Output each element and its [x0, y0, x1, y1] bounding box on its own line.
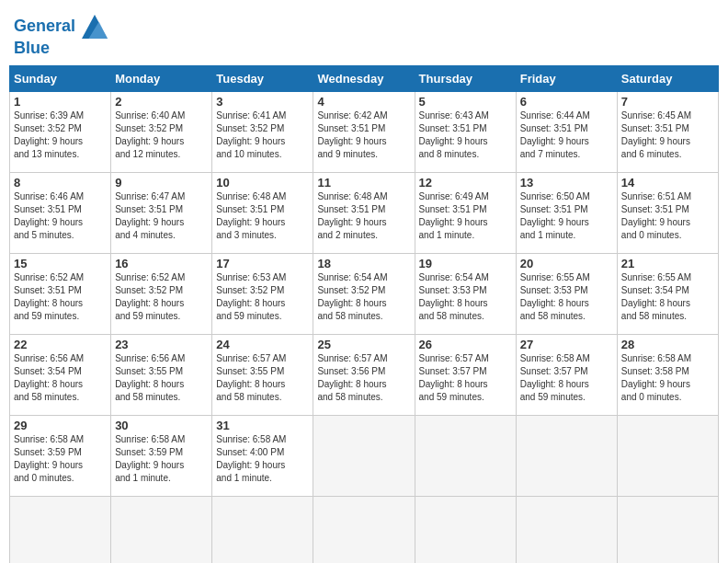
day-info: Sunrise: 6:57 AM Sunset: 3:56 PM Dayligh…: [317, 352, 410, 404]
calendar-cell: 23Sunrise: 6:56 AM Sunset: 3:55 PM Dayli…: [111, 334, 212, 415]
day-info: Sunrise: 6:58 AM Sunset: 3:59 PM Dayligh…: [14, 433, 107, 485]
calendar-cell: 6Sunrise: 6:44 AM Sunset: 3:51 PM Daylig…: [516, 91, 617, 172]
day-number: 28: [621, 338, 714, 351]
calendar-cell: 9Sunrise: 6:47 AM Sunset: 3:51 PM Daylig…: [111, 172, 212, 253]
calendar-cell: [212, 496, 313, 563]
day-info: Sunrise: 6:55 AM Sunset: 3:53 PM Dayligh…: [520, 271, 613, 323]
day-info: Sunrise: 6:48 AM Sunset: 3:51 PM Dayligh…: [317, 190, 410, 242]
day-number: 7: [621, 95, 714, 109]
weekday-header-friday: Friday: [516, 65, 617, 91]
calendar-table: SundayMondayTuesdayWednesdayThursdayFrid…: [9, 65, 719, 563]
calendar-cell: 3Sunrise: 6:41 AM Sunset: 3:52 PM Daylig…: [212, 91, 313, 172]
day-info: Sunrise: 6:51 AM Sunset: 3:51 PM Dayligh…: [621, 190, 714, 242]
logo-general: General: [14, 17, 75, 35]
day-number: 1: [14, 95, 107, 109]
calendar-row-1: 1Sunrise: 6:39 AM Sunset: 3:52 PM Daylig…: [10, 91, 719, 172]
day-info: Sunrise: 6:56 AM Sunset: 3:54 PM Dayligh…: [14, 352, 107, 404]
weekday-header-saturday: Saturday: [617, 65, 718, 91]
weekday-header-monday: Monday: [111, 65, 212, 91]
calendar-cell: 13Sunrise: 6:50 AM Sunset: 3:51 PM Dayli…: [516, 172, 617, 253]
day-number: 23: [115, 338, 208, 351]
weekday-header-sunday: Sunday: [10, 65, 111, 91]
weekday-header-thursday: Thursday: [415, 65, 516, 91]
day-info: Sunrise: 6:58 AM Sunset: 3:57 PM Dayligh…: [520, 352, 613, 404]
calendar-cell: [313, 496, 415, 563]
day-number: 2: [115, 95, 208, 109]
logo: General Blue: [14, 14, 108, 58]
calendar-cell: 11Sunrise: 6:48 AM Sunset: 3:51 PM Dayli…: [313, 172, 415, 253]
calendar-cell: [111, 496, 212, 563]
day-info: Sunrise: 6:44 AM Sunset: 3:51 PM Dayligh…: [520, 109, 613, 161]
day-number: 20: [520, 257, 613, 270]
day-number: 17: [216, 257, 309, 270]
day-info: Sunrise: 6:49 AM Sunset: 3:51 PM Dayligh…: [419, 190, 512, 242]
day-number: 4: [317, 95, 410, 109]
day-info: Sunrise: 6:45 AM Sunset: 3:51 PM Dayligh…: [621, 109, 714, 161]
calendar-cell: [415, 415, 516, 496]
day-number: 27: [520, 338, 613, 351]
day-info: Sunrise: 6:42 AM Sunset: 3:51 PM Dayligh…: [317, 109, 410, 161]
day-number: 22: [14, 338, 107, 351]
calendar-cell: 18Sunrise: 6:54 AM Sunset: 3:52 PM Dayli…: [313, 253, 415, 334]
day-info: Sunrise: 6:54 AM Sunset: 3:53 PM Dayligh…: [419, 271, 512, 323]
day-info: Sunrise: 6:39 AM Sunset: 3:52 PM Dayligh…: [14, 109, 107, 161]
weekday-header-tuesday: Tuesday: [212, 65, 313, 91]
weekday-header-wednesday: Wednesday: [313, 65, 415, 91]
calendar-cell: 26Sunrise: 6:57 AM Sunset: 3:57 PM Dayli…: [415, 334, 516, 415]
day-number: 25: [317, 338, 410, 351]
day-number: 8: [14, 176, 107, 190]
day-info: Sunrise: 6:58 AM Sunset: 3:59 PM Dayligh…: [115, 433, 208, 485]
calendar-cell: 7Sunrise: 6:45 AM Sunset: 3:51 PM Daylig…: [617, 91, 718, 172]
calendar-cell: 29Sunrise: 6:58 AM Sunset: 3:59 PM Dayli…: [10, 415, 111, 496]
day-info: Sunrise: 6:52 AM Sunset: 3:51 PM Dayligh…: [14, 271, 107, 323]
calendar-cell: 30Sunrise: 6:58 AM Sunset: 3:59 PM Dayli…: [111, 415, 212, 496]
calendar-cell: 8Sunrise: 6:46 AM Sunset: 3:51 PM Daylig…: [10, 172, 111, 253]
calendar-cell: [313, 415, 415, 496]
calendar-cell: 5Sunrise: 6:43 AM Sunset: 3:51 PM Daylig…: [415, 91, 516, 172]
day-info: Sunrise: 6:55 AM Sunset: 3:54 PM Dayligh…: [621, 271, 714, 323]
calendar-cell: 10Sunrise: 6:48 AM Sunset: 3:51 PM Dayli…: [212, 172, 313, 253]
calendar-cell: 22Sunrise: 6:56 AM Sunset: 3:54 PM Dayli…: [10, 334, 111, 415]
calendar-cell: 31Sunrise: 6:58 AM Sunset: 4:00 PM Dayli…: [212, 415, 313, 496]
day-info: Sunrise: 6:46 AM Sunset: 3:51 PM Dayligh…: [14, 190, 107, 242]
calendar-cell: 12Sunrise: 6:49 AM Sunset: 3:51 PM Dayli…: [415, 172, 516, 253]
day-number: 5: [419, 95, 512, 109]
day-number: 9: [115, 176, 208, 190]
weekday-header-row: SundayMondayTuesdayWednesdayThursdayFrid…: [10, 65, 719, 91]
calendar-cell: [415, 496, 516, 563]
calendar-cell: 16Sunrise: 6:52 AM Sunset: 3:52 PM Dayli…: [111, 253, 212, 334]
day-info: Sunrise: 6:57 AM Sunset: 3:55 PM Dayligh…: [216, 352, 309, 404]
calendar-cell: 21Sunrise: 6:55 AM Sunset: 3:54 PM Dayli…: [617, 253, 718, 334]
calendar-body: 1Sunrise: 6:39 AM Sunset: 3:52 PM Daylig…: [10, 91, 719, 563]
calendar-cell: 1Sunrise: 6:39 AM Sunset: 3:52 PM Daylig…: [10, 91, 111, 172]
day-number: 31: [216, 419, 309, 432]
page-header: General Blue: [9, 9, 719, 58]
day-info: Sunrise: 6:50 AM Sunset: 3:51 PM Dayligh…: [520, 190, 613, 242]
day-number: 6: [520, 95, 613, 109]
day-info: Sunrise: 6:41 AM Sunset: 3:52 PM Dayligh…: [216, 109, 309, 161]
day-number: 29: [14, 419, 107, 432]
calendar-cell: 14Sunrise: 6:51 AM Sunset: 3:51 PM Dayli…: [617, 172, 718, 253]
calendar-cell: 24Sunrise: 6:57 AM Sunset: 3:55 PM Dayli…: [212, 334, 313, 415]
calendar-cell: 17Sunrise: 6:53 AM Sunset: 3:52 PM Dayli…: [212, 253, 313, 334]
calendar-cell: 25Sunrise: 6:57 AM Sunset: 3:56 PM Dayli…: [313, 334, 415, 415]
day-info: Sunrise: 6:53 AM Sunset: 3:52 PM Dayligh…: [216, 271, 309, 323]
day-info: Sunrise: 6:47 AM Sunset: 3:51 PM Dayligh…: [115, 190, 208, 242]
day-number: 3: [216, 95, 309, 109]
day-number: 14: [621, 176, 714, 190]
day-info: Sunrise: 6:40 AM Sunset: 3:52 PM Dayligh…: [115, 109, 208, 161]
calendar-cell: [10, 496, 111, 563]
day-info: Sunrise: 6:57 AM Sunset: 3:57 PM Dayligh…: [419, 352, 512, 404]
day-info: Sunrise: 6:52 AM Sunset: 3:52 PM Dayligh…: [115, 271, 208, 323]
day-number: 26: [419, 338, 512, 351]
calendar-cell: [516, 415, 617, 496]
day-number: 19: [419, 257, 512, 270]
day-number: 13: [520, 176, 613, 190]
calendar-cell: [617, 415, 718, 496]
day-info: Sunrise: 6:48 AM Sunset: 3:51 PM Dayligh…: [216, 190, 309, 242]
calendar-row-2: 8Sunrise: 6:46 AM Sunset: 3:51 PM Daylig…: [10, 172, 719, 253]
calendar-cell: 19Sunrise: 6:54 AM Sunset: 3:53 PM Dayli…: [415, 253, 516, 334]
calendar-cell: [617, 496, 718, 563]
logo-blue: Blue: [14, 40, 108, 58]
day-number: 15: [14, 257, 107, 270]
